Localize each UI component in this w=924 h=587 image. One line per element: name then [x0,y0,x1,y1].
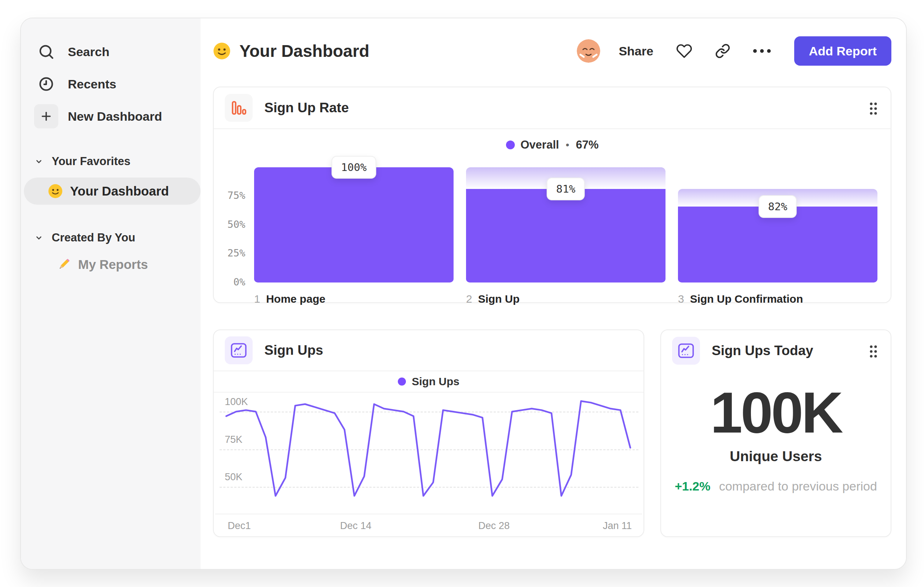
funnel-bar-value-tooltip: 81% [547,178,585,200]
legend-dot [506,141,515,149]
funnel-bar-value-tooltip: 100% [332,156,376,179]
chevron-down-icon [34,157,44,166]
card-title: Sign Ups [264,343,323,358]
drag-grip-icon[interactable] [869,101,878,117]
sign-ups-card: Sign Ups Sign Ups 100K75K50K Dec1Dec 14D… [213,329,644,537]
funnel-bar-value-tooltip: 82% [759,195,797,218]
funnel-step-label: 1Home page [254,293,325,305]
line-chart-icon [225,336,252,364]
add-report-button[interactable]: Add Report [794,36,891,66]
copy-link-icon[interactable] [715,43,730,59]
funnel-step-label: 3Sign Up Confirmation [678,293,803,305]
sign-ups-card-header: Sign Ups [214,330,644,370]
sidebar: Search Recents New Dashboard [21,18,201,569]
more-options-ellipsis-icon[interactable] [753,49,771,53]
sign-ups-line-series [226,401,630,496]
funnel-bar-column: 82% [678,161,878,283]
page-title-group: Your Dashboard [213,41,369,61]
delta-comparison-text: compared to previous period [719,479,877,493]
line-chart-x-axis: Dec1Dec 14Dec 28Jan 11 [215,514,642,536]
line-chart-x-tick: Dec 28 [478,520,510,532]
sidebar-item-label: Search [68,45,109,59]
bar-chart-icon [225,94,252,122]
sidebar-item-label: Your Dashboard [70,184,169,198]
line-chart-plot[interactable]: 100K75K50K [214,393,644,514]
funnel-step-number: 3 [678,293,684,305]
funnel-bar[interactable] [466,189,665,283]
sign-up-rate-card: Sign Up Rate Overall • 67% 75%50%25%0%10… [213,87,891,303]
big-number-value: 100K [661,382,891,443]
funnel-bar-column: 100% [254,161,454,283]
avatar[interactable] [577,39,600,63]
drag-grip-icon[interactable] [869,344,878,360]
line-chart-x-tick: Dec1 [228,520,251,532]
sidebar-section-your-favorites[interactable]: Your Favorites [34,155,191,168]
legend-dot [398,377,406,385]
card-title: Sign Up Rate [264,100,349,116]
line-chart-x-tick: Jan 11 [603,520,632,532]
funnel-bar[interactable] [678,207,878,283]
big-number-label: Unique Users [661,448,891,465]
share-button[interactable]: Share [619,44,653,58]
chevron-down-icon [34,233,44,243]
smiley-emoji-icon [48,184,63,198]
plus-icon [34,104,58,128]
main-content: Your Dashboard Share [201,18,906,569]
sidebar-section-title: Your Favorites [52,155,130,168]
sidebar-section-created-by-you[interactable]: Created By You [34,231,191,244]
app-window: Search Recents New Dashboard [20,18,907,570]
sidebar-item-my-reports[interactable]: My Reports [34,257,191,272]
line-chart-legend[interactable]: Sign Ups [214,371,644,393]
page-header: Your Dashboard Share [213,35,891,67]
funnel-bar-column: 81% [466,161,665,283]
sidebar-item-label: Recents [68,77,116,91]
line-chart-svg [214,393,644,514]
sidebar-item-search[interactable]: Search [34,40,191,64]
bottom-row: Sign Ups Sign Ups 100K75K50K Dec1Dec 14D… [213,329,891,537]
delta-row: +1.2% compared to previous period [661,479,891,493]
clock-icon [34,72,58,96]
sign-up-rate-card-header: Sign Up Rate [214,87,891,128]
legend-separator: • [566,139,569,151]
funnel-step-name: Home page [266,293,326,305]
legend-label: Overall [521,138,559,152]
header-controls: Share Add Report [577,36,891,66]
sidebar-item-label: My Reports [78,257,148,272]
funnel-y-tick: 0% [214,276,245,288]
funnel-step-name: Sign Up [478,293,520,305]
funnel-y-tick: 50% [214,219,245,230]
smiley-emoji-icon [213,42,231,60]
funnel-chart-plot[interactable]: 75%50%25%0%100%1Home page81%2Sign Up82%3… [214,161,878,308]
funnel-bar[interactable] [254,167,454,283]
funnel-step-number: 1 [254,293,260,305]
funnel-step-number: 2 [466,293,472,305]
funnel-y-tick: 25% [214,247,245,259]
delta-value: +1.2% [675,479,710,493]
pencil-emoji-icon [56,257,71,272]
funnel-step-label: 2Sign Up [466,293,520,305]
sidebar-item-new-dashboard[interactable]: New Dashboard [34,104,191,128]
sidebar-item-your-dashboard[interactable]: Your Dashboard [24,178,201,205]
page-title: Your Dashboard [239,41,369,61]
line-chart-icon [672,337,700,365]
legend-label: Sign Ups [412,375,459,388]
search-icon [34,40,58,64]
big-number-body: 100K Unique Users +1.2% compared to prev… [661,371,891,493]
legend-value: 67% [576,138,598,152]
sign-ups-today-card: Sign Ups Today 100K Unique Users +1.2% [660,329,891,537]
sign-ups-today-card-header: Sign Ups Today [661,330,891,371]
card-header-divider [214,128,891,129]
funnel-step-name: Sign Up Confirmation [690,293,803,305]
card-title: Sign Ups Today [712,343,813,359]
sidebar-item-label: New Dashboard [68,109,162,124]
funnel-legend[interactable]: Overall • 67% [214,137,891,153]
funnel-y-tick: 75% [214,190,245,201]
favorite-heart-icon[interactable] [676,43,692,59]
sidebar-item-recents[interactable]: Recents [34,72,191,96]
sidebar-section-title: Created By You [52,231,135,244]
line-chart-x-tick: Dec 14 [340,520,372,532]
